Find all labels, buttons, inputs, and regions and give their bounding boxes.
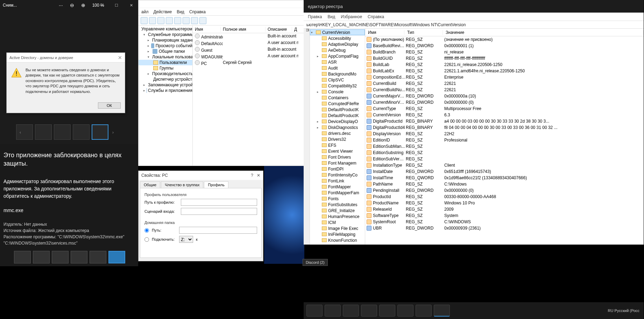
reg-tree-item[interactable]: HumanPresence xyxy=(310,213,365,219)
col-value[interactable]: Значение xyxy=(443,30,644,35)
select-drive[interactable]: Z: xyxy=(179,236,193,243)
reg-value-row[interactable]: (По умолчанию)REG_SZ(значение не присвое… xyxy=(365,36,644,43)
tab-general[interactable]: Общие xyxy=(140,181,160,188)
reg-value-row[interactable]: CompositionEdi...REG_SZEnterprise xyxy=(365,74,644,80)
reg-value-row[interactable]: ProductIdREG_SZ00330-80000-00000-AA468 xyxy=(365,194,644,200)
radio-path[interactable] xyxy=(144,228,149,233)
reg-tree-item[interactable]: ▸DeviceDisplayO xyxy=(310,118,365,124)
col-hidden[interactable]: Д xyxy=(292,27,297,32)
tree-root[interactable]: Управление компьютером (ло xyxy=(139,26,192,32)
tree-users-selected[interactable]: Пользователи xyxy=(139,60,192,65)
tree-shared[interactable]: ▸Общие папки xyxy=(139,49,192,54)
reg-value-row[interactable]: CurrentMinorVe...REG_DWORD0x00000000 (0) xyxy=(365,99,644,106)
toolbar-refresh-icon[interactable] xyxy=(174,17,181,24)
thumbnail[interactable] xyxy=(73,124,90,140)
reg-value-row[interactable]: InstallTimeREG_QWORD0x1d9f6ae86cc21f2 (1… xyxy=(365,175,644,181)
reg-value-row[interactable]: EditionSubMan...REG_SZ xyxy=(365,143,644,150)
user-row[interactable]: WDAGUtility...A user account n xyxy=(193,53,304,60)
reg-value-row[interactable]: DigitalProductId4REG_BINARYf8 04 00 00 0… xyxy=(365,124,644,131)
reg-value-row[interactable]: EditionIDREG_SZProfessional xyxy=(365,137,644,143)
reg-tree-item[interactable]: ASR xyxy=(310,59,365,65)
thumbnail[interactable] xyxy=(33,251,50,263)
reg-tree-item[interactable]: FontMapperFam xyxy=(310,190,365,196)
minimize-icon[interactable]: — xyxy=(95,0,109,10)
reg-value-row[interactable]: PendingInstallREG_DWORD0x00000000 (0) xyxy=(365,187,644,194)
menu-help[interactable]: Справка xyxy=(368,14,384,19)
reg-tree-item[interactable]: GRE_Initialize xyxy=(310,208,365,213)
tree-localusers[interactable]: ▾Локальные пользователи xyxy=(139,54,192,60)
reg-value-row[interactable]: InstallDateREG_DWORD0x651d3fff (16964157… xyxy=(365,168,644,175)
reg-tree-item[interactable]: DefaultProductK xyxy=(310,113,365,118)
taskbar-item[interactable] xyxy=(416,305,432,317)
reg-tree-item[interactable]: IniFileMapping xyxy=(310,231,365,237)
col-fullname[interactable]: Полное имя xyxy=(221,27,266,32)
reg-tree-item[interactable]: FontSubstitutes xyxy=(310,202,365,208)
user-row[interactable]: AdministratorBuilt-in account xyxy=(193,33,304,40)
user-row[interactable]: DefaultAcco...A user account n xyxy=(193,40,304,46)
reg-tree-item[interactable]: BackgroundMo xyxy=(310,71,365,77)
thumbnail[interactable] xyxy=(71,251,87,263)
toolbar-forward-icon[interactable] xyxy=(149,17,156,24)
taskbar-item-active[interactable] xyxy=(434,305,450,317)
thumbnail[interactable] xyxy=(52,251,69,263)
reg-value-row[interactable]: SoftwareTypeREG_SZSystem xyxy=(365,212,644,219)
reg-tree-item[interactable]: AdaptiveDisplay xyxy=(310,41,365,47)
prev-icon[interactable]: ‹ xyxy=(20,130,21,135)
reg-tree-item[interactable]: ICM xyxy=(310,219,365,225)
menu-view[interactable]: Вид xyxy=(177,9,184,14)
close-icon[interactable]: ✕ xyxy=(124,0,138,10)
reg-value-row[interactable]: ProductNameREG_SZWindows 10 Pro xyxy=(365,200,644,206)
reg-tree-item[interactable]: FontDPI xyxy=(310,166,365,172)
thumbnail-active[interactable] xyxy=(92,124,108,140)
reg-value-row[interactable]: CurrentBuildNu...REG_SZ22621 xyxy=(365,87,644,93)
tab-profile[interactable]: Профиль xyxy=(204,181,228,188)
reg-tree-item[interactable]: Font Drivers xyxy=(310,154,365,160)
reg-value-row[interactable]: EditionSubstringREG_SZ xyxy=(365,150,644,156)
tree-tools[interactable]: ▾Служебные программы xyxy=(139,32,192,37)
reg-tree-item[interactable]: Event Viewer xyxy=(310,148,365,154)
thumbnail[interactable] xyxy=(90,251,106,263)
input-profile-path[interactable] xyxy=(181,199,257,206)
close-icon[interactable]: ✕ xyxy=(257,173,260,178)
col-desc[interactable]: Описание xyxy=(266,27,292,32)
reg-tree-item[interactable]: Image File Exec xyxy=(310,225,365,231)
menu-action[interactable]: Действие xyxy=(153,9,172,14)
reg-tree-item-selected[interactable]: ▾CurrentVersion xyxy=(310,29,365,35)
toolbar-up-icon[interactable] xyxy=(157,17,164,24)
menu-view[interactable]: Вид xyxy=(328,14,335,19)
reg-value-row[interactable]: BuildGUIDREG_SZffffffff-ffff-ffff-ffff-f… xyxy=(365,55,644,61)
taskbar-item[interactable] xyxy=(379,305,395,317)
dialog-close-icon[interactable]: ✕ xyxy=(118,55,122,60)
reg-value-row[interactable]: InstallationTypeREG_SZClient xyxy=(365,162,644,168)
next-icon[interactable]: › xyxy=(112,130,114,135)
taskbar-item[interactable] xyxy=(361,305,377,317)
maximize-icon[interactable]: ☐ xyxy=(109,0,123,10)
reg-value-row[interactable]: BaseBuildRevisi...REG_DWORD0x00000001 (1… xyxy=(365,43,644,49)
reg-tree-item[interactable]: AeDebug xyxy=(310,47,365,53)
reg-tree-item[interactable]: ▸AppCompatFlag xyxy=(310,53,365,59)
thumbnail[interactable] xyxy=(16,124,33,140)
reg-tree-item[interactable]: FontIntensityCo xyxy=(310,172,365,178)
reg-tree-item[interactable]: KnownFunction xyxy=(310,237,365,243)
tree-scheduler[interactable]: ▸Планировщик заданий xyxy=(139,37,192,43)
reg-tree-item[interactable]: Font Managem xyxy=(310,160,365,166)
thumbnail[interactable] xyxy=(14,251,31,263)
toolbar-properties-icon[interactable] xyxy=(166,17,173,24)
reg-tree-item[interactable]: Containers xyxy=(310,95,365,101)
toolbar-icon[interactable] xyxy=(199,17,206,24)
user-row[interactable]: РССергей Сергей xyxy=(193,60,304,66)
input-logon-script[interactable] xyxy=(181,208,257,215)
taskbar-item[interactable] xyxy=(397,305,413,317)
reg-value-row[interactable]: UBRREG_DWORD0x00000939 (2361) xyxy=(365,225,644,231)
tree-storage[interactable]: ▸Запоминающие устройств xyxy=(139,82,192,88)
reg-value-row[interactable]: EditionSubVersionREG_SZ xyxy=(365,156,644,162)
thumbnail-active[interactable] xyxy=(108,251,125,263)
reg-tree-item[interactable]: FontMapper xyxy=(310,184,365,190)
zoom-out-icon[interactable]: ⊖ xyxy=(70,2,74,8)
col-name[interactable]: Имя xyxy=(193,27,221,32)
taskbar-item[interactable] xyxy=(325,305,341,317)
reg-tree-item[interactable]: ClipSVC xyxy=(310,77,365,83)
reg-value-row[interactable]: BuildLabExREG_SZ22621.1.amd64fre.ni_rele… xyxy=(365,68,644,74)
toolbar-back-icon[interactable] xyxy=(141,17,148,24)
reg-tree-item[interactable]: CorruptedFileRe xyxy=(310,101,365,107)
